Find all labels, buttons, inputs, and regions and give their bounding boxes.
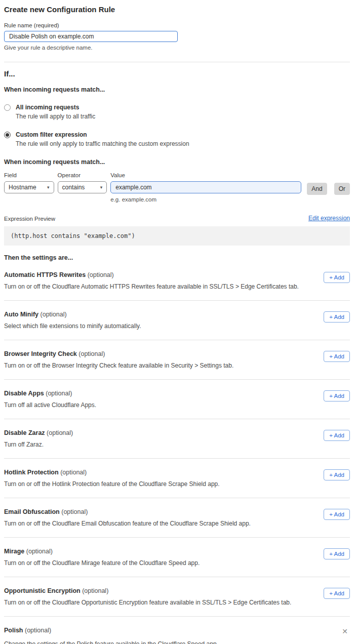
expression-preview-header: Expression Preview Edit expression <box>4 215 350 222</box>
add-setting-button[interactable]: + Add <box>324 588 350 599</box>
setting-description: Turn on or off the Cloudflare Opportunis… <box>4 599 291 606</box>
radio-custom-filter-expression[interactable]: Custom filter expression The rule will o… <box>4 131 350 147</box>
setting-row-polish: Polish (optional) ✕ Change the settings … <box>4 627 350 644</box>
operator-select-value: contains <box>62 184 85 191</box>
setting-optional-tag: (optional) <box>61 508 88 515</box>
divider <box>4 537 350 538</box>
divider <box>4 419 350 419</box>
divider <box>4 340 350 340</box>
then-settings-heading: Then the settings are... <box>4 254 350 261</box>
setting-optional-tag: (optional) <box>41 311 67 318</box>
radio-all-incoming-requests[interactable]: All incoming requests The rule will appl… <box>4 104 350 120</box>
setting-row-hotlink-protection: Hotlink Protection (optional) Turn on or… <box>4 469 350 488</box>
field-select-value: Hostname <box>9 184 36 191</box>
radio-selected-icon[interactable] <box>4 132 11 138</box>
expression-builder-match-label: When incoming requests match... <box>4 158 350 166</box>
setting-name: Disable Zaraz <box>4 429 45 436</box>
setting-description: Turn on or off the Cloudflare Automatic … <box>4 283 299 290</box>
setting-name: Browser Integrity Check <box>4 350 77 357</box>
setting-row-mirage: Mirage (optional) Turn on or off the Clo… <box>4 548 350 567</box>
setting-optional-tag: (optional) <box>47 429 73 436</box>
close-icon[interactable]: ✕ <box>340 627 350 636</box>
operator-select[interactable]: contains ▾ <box>58 181 107 193</box>
setting-description: Turn on or off the Cloudflare Mirage fea… <box>4 559 200 567</box>
setting-name: Hotlink Protection <box>4 469 59 476</box>
radio-description: The rule will apply to all traffic <box>16 113 95 120</box>
add-setting-button[interactable]: + Add <box>324 469 350 480</box>
setting-name: Polish <box>4 627 23 634</box>
setting-name: Disable Apps <box>4 390 44 397</box>
operator-label: Operator <box>58 172 107 178</box>
chevron-down-icon: ▾ <box>100 185 103 190</box>
and-button[interactable]: And <box>307 183 327 195</box>
add-setting-button[interactable]: + Add <box>324 548 350 559</box>
setting-row-disable-apps: Disable Apps (optional) Turn off all act… <box>4 390 350 409</box>
field-label: Field <box>4 172 54 178</box>
add-setting-button[interactable]: + Add <box>324 351 350 362</box>
setting-name: Email Obfuscation <box>4 508 60 515</box>
setting-optional-tag: (optional) <box>60 469 87 476</box>
setting-row-automatic-https-rewrites: Automatic HTTPS Rewrites (optional) Turn… <box>4 271 350 290</box>
setting-name: Automatic HTTPS Rewrites <box>4 271 86 278</box>
setting-row-disable-zaraz: Disable Zaraz (optional) Turn off Zaraz.… <box>4 429 350 448</box>
radio-label: Custom filter expression <box>16 131 189 138</box>
add-setting-button[interactable]: + Add <box>324 509 350 520</box>
incoming-requests-match-label: When incoming requests match... <box>4 86 350 93</box>
value-input[interactable] <box>110 181 301 193</box>
setting-description: Change the settings of the Polish featur… <box>4 640 350 644</box>
page-title: Create new Configuration Rule <box>4 5 350 14</box>
divider <box>4 616 350 617</box>
request-match-radio-group: All incoming requests The rule will appl… <box>4 104 350 147</box>
rule-name-help: Give your rule a descriptive name. <box>4 45 350 51</box>
setting-description: Turn on or off the Hotlink Protection fe… <box>4 480 220 488</box>
create-configuration-rule-page: Create new Configuration Rule Rule name … <box>0 0 357 644</box>
divider <box>4 458 350 459</box>
setting-description: Turn off Zaraz. <box>4 441 73 448</box>
setting-row-email-obfuscation: Email Obfuscation (optional) Turn on or … <box>4 508 350 527</box>
divider <box>4 379 350 380</box>
setting-optional-tag: (optional) <box>88 271 114 278</box>
setting-optional-tag: (optional) <box>78 350 105 357</box>
setting-description: Select which file extensions to minify a… <box>4 323 141 330</box>
field-select[interactable]: Hostname ▾ <box>4 181 54 193</box>
chevron-down-icon: ▾ <box>47 185 50 190</box>
setting-description: Turn off all active Cloudflare Apps. <box>4 401 96 409</box>
divider <box>4 62 350 62</box>
setting-name: Mirage <box>4 548 24 555</box>
add-setting-button[interactable]: + Add <box>324 390 350 401</box>
setting-optional-tag: (optional) <box>82 587 108 594</box>
setting-name: Auto Minify <box>4 311 38 318</box>
setting-row-opportunistic-encryption: Opportunistic Encryption (optional) Turn… <box>4 587 350 606</box>
add-setting-button[interactable]: + Add <box>324 311 350 323</box>
divider <box>4 300 350 301</box>
setting-row-auto-minify: Auto Minify (optional) Select which file… <box>4 311 350 330</box>
condition-row: Field Hostname ▾ Operator contains ▾ Val… <box>4 172 350 203</box>
radio-label: All incoming requests <box>16 104 95 111</box>
add-setting-button[interactable]: + Add <box>324 430 350 441</box>
add-setting-button[interactable]: + Add <box>324 272 350 283</box>
value-hint: e.g. example.com <box>110 196 301 203</box>
setting-name: Opportunistic Encryption <box>4 587 81 594</box>
divider <box>4 577 350 577</box>
rule-name-label: Rule name (required) <box>4 22 350 28</box>
setting-description: Turn on or off the Cloudflare Email Obfu… <box>4 520 251 527</box>
value-label: Value <box>110 172 301 178</box>
expression-preview-code: (http.host contains "example.com") <box>4 226 350 246</box>
if-heading: If... <box>4 69 350 78</box>
setting-optional-tag: (optional) <box>46 390 72 397</box>
expression-preview-label: Expression Preview <box>4 216 55 222</box>
divider <box>4 498 350 498</box>
setting-optional-tag: (optional) <box>26 548 53 555</box>
rule-name-input[interactable] <box>4 31 178 42</box>
radio-description: The rule will only apply to traffic matc… <box>16 140 189 147</box>
setting-optional-tag: (optional) <box>25 627 51 634</box>
radio-unselected-icon[interactable] <box>4 104 11 111</box>
edit-expression-link[interactable]: Edit expression <box>308 215 350 222</box>
or-button[interactable]: Or <box>334 183 350 195</box>
setting-row-browser-integrity-check: Browser Integrity Check (optional) Turn … <box>4 350 350 369</box>
setting-description: Turn on or off the Browser Integrity Che… <box>4 362 233 369</box>
